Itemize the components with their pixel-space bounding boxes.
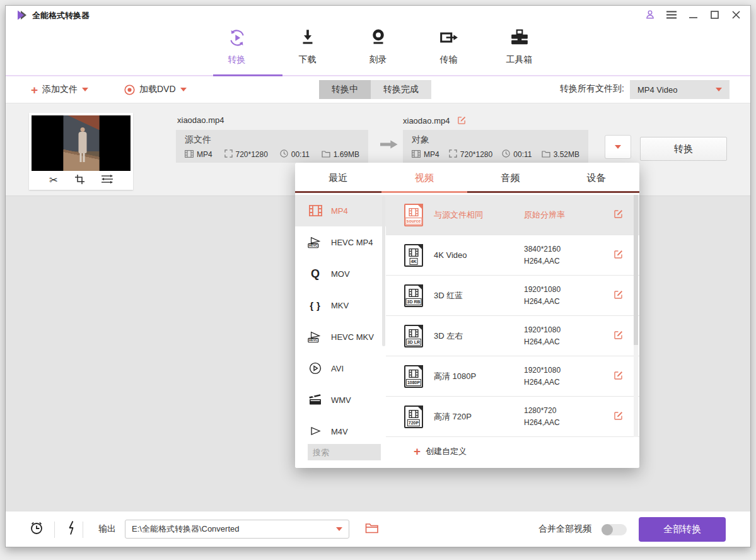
- main-nav: 转换 下载 刻录: [6, 23, 750, 76]
- chevron-down-icon: [336, 527, 342, 531]
- format-item-wmv[interactable]: WMV: [295, 384, 386, 416]
- effects-sliders-icon[interactable]: [102, 175, 113, 186]
- close-icon[interactable]: [730, 9, 741, 20]
- add-files-button[interactable]: + 添加文件: [31, 76, 88, 103]
- format-item-mp4[interactable]: MP4: [295, 195, 386, 226]
- preset-scrollbar[interactable]: [634, 195, 638, 345]
- target-duration: 00:11: [513, 150, 532, 159]
- edit-preset-icon[interactable]: [614, 370, 624, 383]
- schedule-clock-icon[interactable]: [29, 520, 44, 538]
- preset-row-1080p[interactable]: 1080P 高清 1080P 1920*1080H264,AAC: [386, 356, 639, 397]
- load-dvd-label: 加载DVD: [139, 84, 176, 95]
- load-dvd-button[interactable]: 加载DVD: [124, 76, 187, 103]
- folder-icon: [322, 150, 330, 160]
- tab-burn[interactable]: 刻录: [359, 28, 398, 66]
- edit-preset-icon[interactable]: [614, 209, 624, 221]
- preset-popup: 最近 视频 音频 设备 MP4 HEVC: [295, 163, 639, 468]
- account-icon[interactable]: [644, 9, 656, 20]
- 1080p-preset-icon: 1080P: [404, 365, 423, 388]
- target-format-value: MP4 Video: [637, 85, 677, 95]
- open-folder-icon[interactable]: [365, 522, 379, 536]
- preset-row-3d-rb[interactable]: 3D RB 3D 红蓝 1920*1080H264,AAC: [386, 276, 639, 316]
- preset-row-source[interactable]: source 与源文件相同 原始分辨率: [386, 195, 639, 235]
- edit-preset-icon[interactable]: [614, 411, 624, 423]
- crop-icon[interactable]: [75, 175, 84, 187]
- 4k-preset-icon: 4K: [404, 244, 423, 267]
- format-item-hevc-mkv[interactable]: HEVC HEVC MKV: [295, 321, 386, 353]
- target-file-name: xiaodao.mp4: [403, 115, 467, 125]
- quicktime-icon: Q: [308, 267, 323, 281]
- target-size: 3.52MB: [554, 150, 579, 159]
- target-resolution: 720*1280: [460, 150, 492, 159]
- tab-converting[interactable]: 转换中: [319, 80, 371, 99]
- format-item-mkv[interactable]: { } MKV: [295, 289, 386, 321]
- download-icon: [299, 28, 317, 50]
- braces-icon: { }: [308, 300, 323, 311]
- active-tab-underline: [213, 74, 282, 76]
- tab-convert-label: 转换: [228, 54, 246, 66]
- popup-tab-audio[interactable]: 音频: [467, 163, 554, 193]
- output-path-dropdown[interactable]: [125, 520, 349, 539]
- rename-edit-icon[interactable]: [457, 115, 467, 125]
- target-format: MP4: [424, 150, 439, 159]
- menu-icon[interactable]: [666, 9, 677, 20]
- tab-finished[interactable]: 转换完成: [371, 80, 431, 99]
- edit-preset-icon[interactable]: [614, 330, 624, 342]
- video-thumbnail[interactable]: [32, 115, 131, 171]
- chevron-down-icon: [615, 145, 621, 149]
- app-logo-icon: [16, 10, 28, 20]
- maximize-icon[interactable]: [709, 9, 720, 20]
- target-info-box: 对象 MP4 720*1280 00:11 3.52MB: [403, 130, 588, 163]
- preset-popup-tabs: 最近 视频 音频 设备: [295, 163, 639, 193]
- source-duration: 00:11: [291, 150, 310, 159]
- convert-all-button[interactable]: 全部转换: [639, 517, 726, 542]
- plus-icon: +: [31, 84, 38, 96]
- format-item-mov[interactable]: Q MOV: [295, 258, 386, 289]
- burn-icon: [369, 28, 387, 50]
- tab-toolbox-label: 工具箱: [506, 54, 533, 66]
- output-path-input[interactable]: [132, 525, 336, 534]
- 3d-rb-preset-icon: 3D RB: [404, 284, 423, 307]
- high-speed-bolt-icon[interactable]: [67, 520, 76, 538]
- format-item-hevc-mp4[interactable]: HEVC HEVC MP4: [295, 226, 386, 258]
- chevron-down-icon: [716, 88, 722, 91]
- minimize-icon[interactable]: [687, 9, 699, 20]
- film-icon: [185, 150, 194, 160]
- format-item-m4v[interactable]: M4V: [295, 416, 386, 437]
- popup-tab-recent[interactable]: 最近: [295, 163, 381, 193]
- tab-download[interactable]: 下载: [288, 28, 327, 66]
- target-label: 对象: [412, 134, 579, 146]
- edit-preset-icon[interactable]: [614, 289, 624, 302]
- hevc-icon: HEVC: [308, 330, 323, 343]
- preset-row-3d-lr[interactable]: 3D LR 3D 左右 1920*1080H264,AAC: [386, 316, 639, 356]
- target-format-dropdown[interactable]: MP4 Video: [630, 80, 730, 99]
- toolbox-icon: [510, 28, 529, 50]
- clapper-icon: [308, 394, 323, 405]
- tab-convert[interactable]: 转换: [218, 28, 257, 66]
- tab-toolbox[interactable]: 工具箱: [500, 28, 539, 66]
- preset-dropdown-button[interactable]: [605, 135, 631, 159]
- trim-icon[interactable]: ✂: [49, 175, 57, 185]
- convert-icon: [228, 28, 247, 50]
- preset-row-720p[interactable]: 720P 高清 720P 1280*720H264,AAC: [386, 397, 639, 437]
- format-list-scrollbar[interactable]: [382, 196, 385, 346]
- search-input[interactable]: [308, 444, 381, 460]
- content-area: ✂ xiaodao.mp4 源文件 MP4: [6, 103, 750, 511]
- convert-button[interactable]: 转换: [640, 137, 727, 161]
- popup-tab-video[interactable]: 视频: [381, 163, 468, 193]
- preset-row-4k[interactable]: 4K 4K Video 3840*2160H264,AAC: [386, 235, 639, 276]
- tab-burn-label: 刻录: [369, 54, 387, 66]
- popup-tab-device[interactable]: 设备: [554, 163, 640, 193]
- mp4-icon: [308, 205, 323, 216]
- source-format: MP4: [197, 150, 212, 159]
- format-item-avi[interactable]: AVI: [295, 353, 386, 384]
- tab-transfer-label: 传输: [440, 54, 458, 66]
- tab-transfer[interactable]: 传输: [429, 28, 468, 66]
- edit-preset-icon[interactable]: [614, 249, 624, 262]
- merge-videos-toggle[interactable]: [602, 524, 627, 535]
- 720p-preset-icon: 720P: [404, 405, 423, 428]
- create-custom-button[interactable]: + 创建自定义: [414, 445, 467, 457]
- 3d-lr-preset-icon: 3D LR: [404, 325, 423, 347]
- tab-download-label: 下载: [299, 54, 317, 66]
- clock-icon: [280, 149, 288, 160]
